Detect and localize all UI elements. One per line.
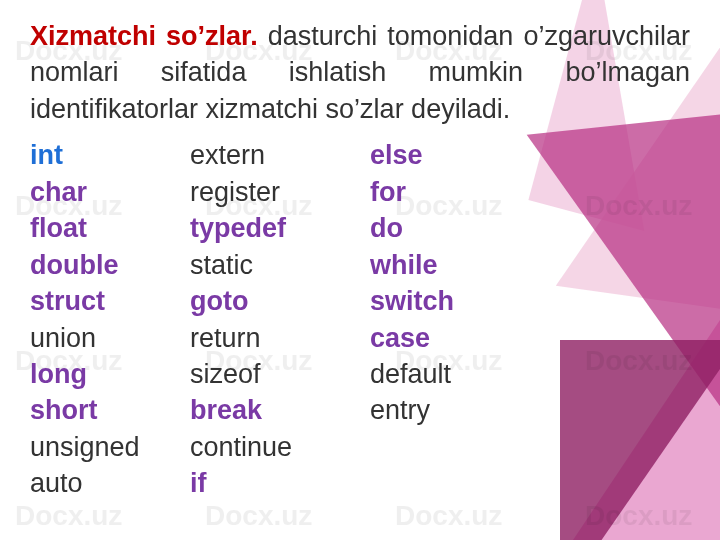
keyword-cell: extern [190,137,370,173]
table-row: structgotoswitch [30,283,550,319]
table-row: longsizeofdefault [30,356,550,392]
keyword-cell [370,465,550,501]
keyword: entry [370,395,430,425]
keyword-cell: static [190,247,370,283]
keyword: typedef [190,213,286,243]
table-row: shortbreakentry [30,392,550,428]
keyword: register [190,177,280,207]
keyword: return [190,323,261,353]
keyword: long [30,359,87,389]
keyword: while [370,250,438,280]
keyword-table: intexternelsecharregisterforfloattypedef… [30,137,550,501]
keyword: extern [190,140,265,170]
keyword: double [30,250,119,280]
keyword: goto [190,286,248,316]
keyword: char [30,177,87,207]
keyword: short [30,395,98,425]
keyword-cell: typedef [190,210,370,246]
keyword: default [370,359,451,389]
table-row: intexternelse [30,137,550,173]
keyword-cell: short [30,392,190,428]
keyword: unsigned [30,432,140,462]
keyword-cell: auto [30,465,190,501]
keyword-cell: break [190,392,370,428]
slide-content: Xizmatchi so’zlar. dasturchi tomonidan o… [0,0,720,540]
keyword: struct [30,286,105,316]
table-row: unionreturncase [30,320,550,356]
paragraph-title: Xizmatchi so’zlar. [30,21,258,51]
keyword: static [190,250,253,280]
paragraph: Xizmatchi so’zlar. dasturchi tomonidan o… [30,18,690,127]
keyword-cell: int [30,137,190,173]
keyword-cell: float [30,210,190,246]
table-row: autoif [30,465,550,501]
keyword: int [30,140,63,170]
keyword-cell: case [370,320,550,356]
keyword-cell: for [370,174,550,210]
keyword: case [370,323,430,353]
keyword: continue [190,432,292,462]
keyword-cell: double [30,247,190,283]
keyword-cell: switch [370,283,550,319]
keyword: for [370,177,406,207]
keyword-cell: union [30,320,190,356]
keyword: union [30,323,96,353]
keyword-cell: if [190,465,370,501]
keyword: switch [370,286,454,316]
keyword-cell: entry [370,392,550,428]
keyword-cell: while [370,247,550,283]
keyword-cell: default [370,356,550,392]
keyword: break [190,395,262,425]
keyword-cell: do [370,210,550,246]
table-row: floattypedefdo [30,210,550,246]
table-row: doublestaticwhile [30,247,550,283]
keyword-cell: return [190,320,370,356]
keyword-cell: goto [190,283,370,319]
keyword-cell: struct [30,283,190,319]
keyword: else [370,140,423,170]
keyword-cell: unsigned [30,429,190,465]
keyword-cell: else [370,137,550,173]
keyword: do [370,213,403,243]
table-row: charregisterfor [30,174,550,210]
keyword: auto [30,468,83,498]
keyword-cell: long [30,356,190,392]
keyword-cell: continue [190,429,370,465]
keyword: if [190,468,207,498]
keyword-cell: char [30,174,190,210]
keyword: sizeof [190,359,261,389]
table-row: unsignedcontinue [30,429,550,465]
keyword: float [30,213,87,243]
keyword-cell [370,429,550,465]
keyword-cell: sizeof [190,356,370,392]
keyword-cell: register [190,174,370,210]
